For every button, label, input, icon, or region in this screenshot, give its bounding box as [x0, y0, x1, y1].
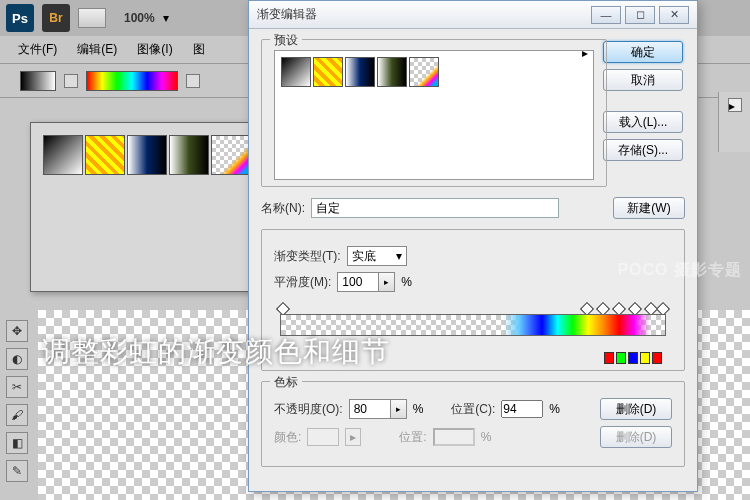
- position-label: 位置(C):: [451, 401, 495, 418]
- gradient-preview-bar[interactable]: [86, 71, 178, 91]
- chevron-down-icon: ▾: [396, 249, 402, 263]
- gradient-dropdown[interactable]: [186, 74, 200, 88]
- percent-label: %: [481, 430, 492, 444]
- preset-swatch[interactable]: [377, 57, 407, 87]
- expand-icon[interactable]: ▸: [728, 98, 742, 112]
- photoshop-app-icon: Ps: [6, 4, 34, 32]
- type-label: 渐变类型(T):: [274, 248, 341, 265]
- tool-lasso[interactable]: ◐: [6, 348, 28, 370]
- color-stop[interactable]: [616, 352, 626, 364]
- stepper-icon[interactable]: ▸: [391, 399, 407, 419]
- menu-image[interactable]: 图像(I): [129, 37, 180, 62]
- preset-swatch[interactable]: [85, 135, 125, 175]
- swatch-dropdown[interactable]: [64, 74, 78, 88]
- name-input[interactable]: [311, 198, 559, 218]
- opacity-label: 不透明度(O):: [274, 401, 343, 418]
- menu-edit[interactable]: 编辑(E): [69, 37, 125, 62]
- maximize-button[interactable]: ◻: [625, 6, 655, 24]
- presets-menu-icon[interactable]: ▸: [582, 46, 596, 60]
- menu-truncated[interactable]: 图: [185, 37, 213, 62]
- watermark: POCO 摄影专题: [617, 260, 742, 281]
- foreground-swatch[interactable]: [20, 71, 56, 91]
- gradient-editor-dialog: 渐变编辑器 — ◻ ✕ 确定 取消 载入(L)... 存储(S)... 预设 ▸…: [248, 0, 698, 492]
- annotation-text: 调整彩虹的渐变颜色和细节: [42, 333, 390, 371]
- color-label: 颜色:: [274, 429, 301, 446]
- color-swatch: [307, 428, 339, 446]
- tool-pen[interactable]: ✎: [6, 460, 28, 482]
- cancel-button[interactable]: 取消: [603, 69, 683, 91]
- color-stop[interactable]: [628, 352, 638, 364]
- chevron-down-icon[interactable]: ▾: [163, 11, 169, 25]
- ok-button[interactable]: 确定: [603, 41, 683, 63]
- stepper-icon[interactable]: ▸: [379, 272, 395, 292]
- preset-swatch[interactable]: [127, 135, 167, 175]
- minimize-button[interactable]: —: [591, 6, 621, 24]
- layout-icon[interactable]: [78, 8, 106, 28]
- position-input[interactable]: [501, 400, 543, 418]
- preset-swatch[interactable]: [345, 57, 375, 87]
- delete-color-button: 删除(D): [600, 426, 672, 448]
- tool-eraser[interactable]: ◧: [6, 432, 28, 454]
- tool-crop[interactable]: ✂: [6, 376, 28, 398]
- color-stop[interactable]: [604, 352, 614, 364]
- name-label: 名称(N):: [261, 200, 305, 217]
- presets-label: 预设: [270, 32, 302, 49]
- opacity-input[interactable]: [349, 399, 391, 419]
- gradient-preset-popup: [30, 122, 272, 292]
- menu-file[interactable]: 文件(F): [10, 37, 65, 62]
- preset-swatch[interactable]: [409, 57, 439, 87]
- dialog-title: 渐变编辑器: [257, 6, 587, 23]
- stepper-icon: ▸: [345, 428, 361, 446]
- delete-stop-button[interactable]: 删除(D): [600, 398, 672, 420]
- preset-swatch[interactable]: [211, 135, 251, 175]
- zoom-level[interactable]: 100%: [124, 11, 155, 25]
- percent-label: %: [401, 275, 412, 289]
- new-button[interactable]: 新建(W): [613, 197, 685, 219]
- right-panel-tab[interactable]: ▸: [718, 92, 750, 152]
- preset-swatch[interactable]: [313, 57, 343, 87]
- load-button[interactable]: 载入(L)...: [603, 111, 683, 133]
- tool-move[interactable]: ✥: [6, 320, 28, 342]
- smoothness-label: 平滑度(M):: [274, 274, 331, 291]
- percent-label: %: [549, 402, 560, 416]
- stops-label: 色标: [270, 374, 302, 391]
- bridge-icon[interactable]: Br: [42, 4, 70, 32]
- color-stop[interactable]: [640, 352, 650, 364]
- presets-box: [274, 50, 594, 180]
- position2-input: [433, 428, 475, 446]
- save-button[interactable]: 存储(S)...: [603, 139, 683, 161]
- position2-label: 位置:: [399, 429, 426, 446]
- preset-swatch[interactable]: [281, 57, 311, 87]
- percent-label: %: [413, 402, 424, 416]
- tool-brush[interactable]: 🖌: [6, 404, 28, 426]
- preset-swatch[interactable]: [169, 135, 209, 175]
- smoothness-input[interactable]: [337, 272, 379, 292]
- close-button[interactable]: ✕: [659, 6, 689, 24]
- preset-swatch[interactable]: [43, 135, 83, 175]
- type-select[interactable]: 实底▾: [347, 246, 407, 266]
- color-stop[interactable]: [652, 352, 662, 364]
